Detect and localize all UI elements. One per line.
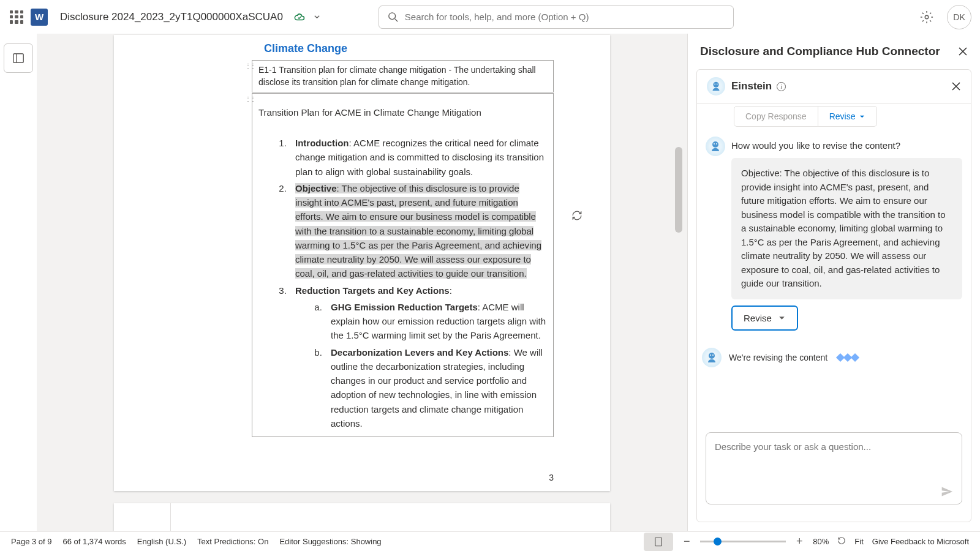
section-content-box[interactable]: Transition Plan for ACME in Climate Chan… bbox=[252, 93, 554, 437]
list-item: GHG Emission Reduction Targets: ACME wil… bbox=[325, 300, 547, 343]
zoom-in-button[interactable]: + bbox=[794, 535, 804, 548]
loading-diamonds-icon bbox=[837, 354, 858, 361]
section-requirement-text: E1-1 Transition plan for climate change … bbox=[258, 65, 536, 87]
zoom-slider[interactable] bbox=[700, 541, 786, 542]
list-item: Reduction Targets and Key Actions: GHG E… bbox=[289, 283, 547, 431]
settings-icon[interactable] bbox=[920, 10, 933, 24]
fit-icon[interactable] bbox=[837, 536, 846, 547]
revise-button[interactable]: Revise bbox=[731, 305, 798, 331]
assistant-name: Einstein bbox=[731, 80, 772, 92]
chevron-down-icon[interactable] bbox=[314, 12, 320, 22]
search-box[interactable] bbox=[379, 6, 734, 29]
cloud-sync-icon bbox=[294, 12, 305, 23]
document-canvas[interactable]: Climate Change E1-1 Transition plan for … bbox=[37, 34, 687, 531]
svg-point-6 bbox=[712, 141, 718, 148]
plan-title: Transition Plan for ACME in Climate Chan… bbox=[258, 106, 547, 119]
svg-point-5 bbox=[717, 83, 718, 84]
view-mode-button[interactable] bbox=[644, 533, 673, 551]
context-selection-box: Objective: The objective of this disclos… bbox=[731, 158, 962, 299]
zoom-out-button[interactable]: − bbox=[682, 535, 692, 548]
word-app-icon: W bbox=[31, 9, 48, 26]
refresh-icon[interactable] bbox=[571, 210, 582, 221]
feedback-link[interactable]: Give Feedback to Microsoft bbox=[872, 537, 969, 546]
panel-title: Disclosure and Compliance Hub Connector bbox=[700, 45, 958, 58]
svg-point-8 bbox=[716, 143, 717, 144]
status-page[interactable]: Page 3 of 9 bbox=[11, 537, 52, 546]
status-predictions[interactable]: Text Predictions: On bbox=[197, 537, 268, 546]
search-icon bbox=[388, 12, 399, 23]
svg-rect-12 bbox=[655, 538, 662, 546]
list-item: Introduction: ACME recognizes the critic… bbox=[289, 136, 547, 179]
zoom-level[interactable]: 80% bbox=[813, 537, 829, 546]
document-page[interactable]: Climate Change E1-1 Transition plan for … bbox=[114, 35, 610, 491]
svg-rect-2 bbox=[13, 54, 24, 63]
svg-point-11 bbox=[712, 354, 714, 356]
chat-input[interactable] bbox=[715, 441, 953, 478]
einstein-avatar-icon bbox=[707, 77, 725, 96]
svg-point-9 bbox=[709, 353, 715, 359]
assistant-question: How would you like to revise the content… bbox=[731, 137, 962, 158]
document-heading: Climate Change bbox=[264, 42, 554, 55]
close-panel-icon[interactable] bbox=[958, 47, 968, 56]
svg-point-1 bbox=[925, 15, 929, 19]
list-item: Objective: The objective of this disclos… bbox=[289, 181, 547, 281]
vertical-scrollbar[interactable] bbox=[675, 147, 682, 233]
status-language[interactable]: English (U.S.) bbox=[137, 537, 186, 546]
app-launcher-icon[interactable] bbox=[9, 9, 24, 25]
svg-point-0 bbox=[389, 12, 396, 19]
drag-handle-icon[interactable] bbox=[245, 96, 251, 107]
chevron-down-icon bbox=[859, 113, 865, 120]
svg-point-10 bbox=[710, 354, 711, 356]
list-item: Decarbonization Levers and Key Actions: … bbox=[325, 345, 547, 431]
svg-point-7 bbox=[714, 143, 715, 144]
side-panel-toggle[interactable] bbox=[4, 43, 33, 73]
section-requirement-box[interactable]: E1-1 Transition plan for climate change … bbox=[252, 60, 554, 92]
document-title[interactable]: Disclosure 2024_2023_2yT1Q000000XaSCUA0 bbox=[60, 11, 283, 23]
revise-dropdown-button[interactable]: Revise bbox=[818, 106, 878, 127]
info-icon[interactable]: i bbox=[777, 82, 786, 91]
drag-handle-icon[interactable] bbox=[245, 63, 251, 74]
status-words[interactable]: 66 of 1,374 words bbox=[63, 537, 126, 546]
chat-input-container[interactable] bbox=[706, 432, 962, 504]
copy-response-button[interactable]: Copy Response bbox=[734, 106, 818, 127]
page-number: 3 bbox=[549, 473, 554, 482]
fit-label[interactable]: Fit bbox=[854, 537, 863, 546]
status-editor[interactable]: Editor Suggestions: Showing bbox=[279, 537, 381, 546]
send-icon[interactable] bbox=[941, 485, 953, 498]
revising-status-text: We're revising the content bbox=[729, 353, 827, 362]
einstein-message-icon bbox=[702, 348, 722, 367]
document-page-next[interactable] bbox=[114, 503, 610, 531]
svg-point-3 bbox=[713, 82, 718, 88]
search-input[interactable] bbox=[405, 12, 725, 22]
close-assistant-icon[interactable] bbox=[951, 81, 961, 91]
user-avatar[interactable]: DK bbox=[947, 5, 971, 29]
chevron-down-icon bbox=[778, 314, 786, 322]
svg-point-4 bbox=[714, 83, 715, 84]
einstein-message-icon bbox=[706, 137, 725, 156]
